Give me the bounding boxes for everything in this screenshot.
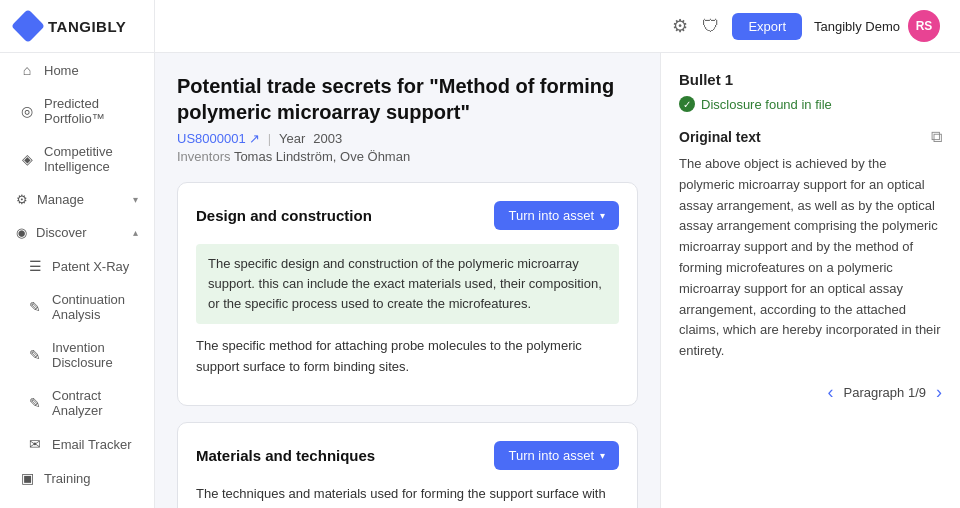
logo-diamond-icon <box>11 9 45 43</box>
year-value: 2003 <box>313 131 342 146</box>
patent-number: US8000001 <box>177 131 246 146</box>
export-button[interactable]: Export <box>732 13 802 40</box>
patent-number-link[interactable]: US8000001 ↗ <box>177 131 260 146</box>
sidebar-item-home[interactable]: ⌂ Home <box>0 53 154 87</box>
sidebar-nav: ⌂ Home ◎ Predicted Portfolio™ ◈ Competit… <box>0 53 154 495</box>
discover-icon: ◉ <box>16 225 27 240</box>
turn-asset-caret-materials: ▾ <box>600 450 605 461</box>
shield-icon[interactable]: 🛡 <box>702 16 720 37</box>
pagination: ‹ Paragraph 1/9 › <box>679 382 942 403</box>
bullet-title: Bullet 1 <box>679 71 942 88</box>
sidebar-item-continuation-analysis-label: Continuation Analysis <box>52 292 138 322</box>
sidebar-item-patent-x-ray-label: Patent X-Ray <box>52 259 129 274</box>
original-text-title: Original text <box>679 129 761 145</box>
sidebar-group-manage[interactable]: ⚙ Manage ▾ <box>0 183 154 216</box>
disclosure-badge: ✓ Disclosure found in file <box>679 96 942 112</box>
sidebar-group-discover[interactable]: ◉ Discover ▴ <box>0 216 154 249</box>
sidebar-group-manage-label: Manage <box>37 192 84 207</box>
check-circle-icon: ✓ <box>679 96 695 112</box>
card-design-construction-normal: The specific method for attaching probe … <box>196 336 619 376</box>
sidebar-item-home-label: Home <box>44 63 79 78</box>
card-materials-techniques-title: Materials and techniques <box>196 447 375 464</box>
page-title: Potential trade secrets for "Method of f… <box>177 73 638 125</box>
sidebar-item-continuation-analysis[interactable]: ✎ Continuation Analysis <box>8 283 154 331</box>
meta-divider: | <box>268 131 271 146</box>
turn-asset-caret-design: ▾ <box>600 210 605 221</box>
turn-asset-label-materials: Turn into asset <box>508 448 594 463</box>
user-badge[interactable]: Tangibly Demo RS <box>814 10 940 42</box>
pagination-prev-button[interactable]: ‹ <box>828 382 834 403</box>
competitive-intelligence-icon: ◈ <box>19 151 35 167</box>
sidebar-item-competitive-intelligence[interactable]: ◈ Competitive Intelligence <box>0 135 154 183</box>
contract-analyzer-icon: ✎ <box>27 395 43 411</box>
avatar: RS <box>908 10 940 42</box>
user-name: Tangibly Demo <box>814 19 900 34</box>
sidebar-item-email-tracker[interactable]: ✉ Email Tracker <box>8 427 154 461</box>
pagination-info: Paragraph 1/9 <box>844 385 926 400</box>
original-text-body: The above object is achieved by the poly… <box>679 154 942 362</box>
inventors-value: Tomas Lindström, Ove Öhman <box>234 149 410 164</box>
topbar-icons: ⚙ 🛡 <box>672 15 720 37</box>
turn-asset-button-design[interactable]: Turn into asset ▾ <box>494 201 619 230</box>
home-icon: ⌂ <box>19 62 35 78</box>
sidebar-item-training[interactable]: ▣ Training <box>0 461 154 495</box>
meta-row: US8000001 ↗ | Year 2003 <box>177 131 638 146</box>
patent-x-ray-icon: ☰ <box>27 258 43 274</box>
inventors-row: Inventors Tomas Lindström, Ove Öhman <box>177 149 638 164</box>
original-text-header: Original text ⧉ <box>679 128 942 146</box>
discover-submenu: ☰ Patent X-Ray ✎ Continuation Analysis ✎… <box>0 249 154 461</box>
sidebar: TANGIBLY ⌂ Home ◎ Predicted Portfolio™ ◈… <box>0 0 155 508</box>
card-design-construction: Design and construction Turn into asset … <box>177 182 638 406</box>
sidebar-item-competitive-intelligence-label: Competitive Intelligence <box>44 144 138 174</box>
year-label: Year <box>279 131 305 146</box>
pagination-next-button[interactable]: › <box>936 382 942 403</box>
sidebar-item-predicted-portfolio-label: Predicted Portfolio™ <box>44 96 138 126</box>
content-area: Potential trade secrets for "Method of f… <box>155 53 960 508</box>
sidebar-item-predicted-portfolio[interactable]: ◎ Predicted Portfolio™ <box>0 87 154 135</box>
card-design-construction-header: Design and construction Turn into asset … <box>196 201 619 230</box>
card-materials-techniques-header: Materials and techniques Turn into asset… <box>196 441 619 470</box>
logo: TANGIBLY <box>0 0 154 53</box>
sidebar-item-contract-analyzer[interactable]: ✎ Contract Analyzer <box>8 379 154 427</box>
training-icon: ▣ <box>19 470 35 486</box>
sidebar-item-invention-disclosure-label: Invention Disclosure <box>52 340 138 370</box>
external-link-icon: ↗ <box>249 131 260 146</box>
card-materials-techniques: Materials and techniques Turn into asset… <box>177 422 638 508</box>
sidebar-group-discover-label: Discover <box>36 225 87 240</box>
copy-icon[interactable]: ⧉ <box>931 128 942 146</box>
logo-text: TANGIBLY <box>48 18 126 35</box>
sidebar-item-email-tracker-label: Email Tracker <box>52 437 131 452</box>
card-materials-text-1: The techniques and materials used for fo… <box>196 484 619 508</box>
settings-icon[interactable]: ⚙ <box>672 15 688 37</box>
disclosure-label: Disclosure found in file <box>701 97 832 112</box>
email-tracker-icon: ✉ <box>27 436 43 452</box>
card-design-construction-highlighted: The specific design and construction of … <box>196 244 619 324</box>
topbar: ⚙ 🛡 Export Tangibly Demo RS <box>155 0 960 53</box>
sidebar-item-training-label: Training <box>44 471 90 486</box>
invention-disclosure-icon: ✎ <box>27 347 43 363</box>
main-panel: Potential trade secrets for "Method of f… <box>155 53 660 508</box>
sidebar-item-patent-x-ray[interactable]: ☰ Patent X-Ray <box>8 249 154 283</box>
chevron-down-icon: ▾ <box>133 194 138 205</box>
inventors-label: Inventors <box>177 149 230 164</box>
main-wrapper: ⚙ 🛡 Export Tangibly Demo RS Potential tr… <box>155 0 960 508</box>
turn-asset-label-design: Turn into asset <box>508 208 594 223</box>
manage-icon: ⚙ <box>16 192 28 207</box>
sidebar-item-contract-analyzer-label: Contract Analyzer <box>52 388 138 418</box>
sidebar-item-invention-disclosure[interactable]: ✎ Invention Disclosure <box>8 331 154 379</box>
right-panel: Bullet 1 ✓ Disclosure found in file Orig… <box>660 53 960 508</box>
continuation-analysis-icon: ✎ <box>27 299 43 315</box>
card-design-construction-title: Design and construction <box>196 207 372 224</box>
predicted-portfolio-icon: ◎ <box>19 103 35 119</box>
turn-asset-button-materials[interactable]: Turn into asset ▾ <box>494 441 619 470</box>
chevron-up-icon: ▴ <box>133 227 138 238</box>
